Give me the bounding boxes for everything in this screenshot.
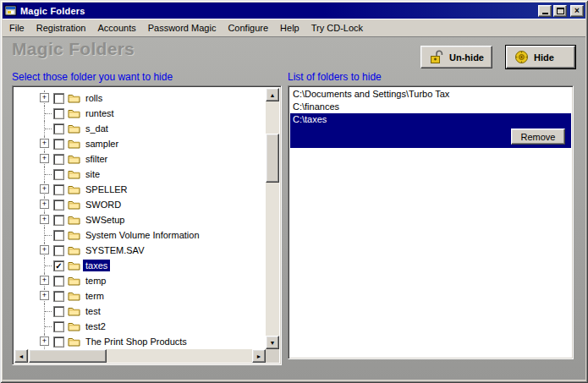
tree-item-sampler[interactable]: +sampler [38,136,266,151]
tree-item-taxes[interactable]: ✓taxes [38,258,266,273]
tree-expander[interactable]: + [38,90,52,106]
tree-item-label[interactable]: System Volume Information [83,229,202,241]
tree-item-test[interactable]: test [38,304,266,319]
tree-item-test2[interactable]: test2 [38,319,266,334]
folder-list-item[interactable]: C:\taxesRemove [290,113,571,148]
tree-item-label[interactable]: SWSetup [83,214,127,226]
plus-icon[interactable]: + [40,200,49,209]
tree-item-s-dat[interactable]: s_dat [38,121,266,136]
plus-icon[interactable]: + [40,276,49,285]
tree-item-label[interactable]: sfilter [83,153,110,165]
tree-expander[interactable]: + [38,136,52,151]
tree-item-speller[interactable]: +SPELLER [38,182,266,197]
tree-expander[interactable]: + [38,243,52,258]
folder-checkbox[interactable] [53,306,64,317]
vertical-scroll-thumb[interactable] [266,134,279,183]
plus-icon[interactable]: + [40,336,49,346]
tree-expander[interactable]: + [38,197,52,212]
close-button[interactable]: × [570,5,584,17]
scroll-up-button[interactable]: ▲ [266,88,279,101]
folder-checkbox[interactable] [53,230,64,241]
tree-connector [38,319,52,334]
menu-item-configure[interactable]: Configure [222,19,274,36]
horizontal-scroll-thumb[interactable] [29,349,107,363]
tree-expander[interactable]: + [38,334,52,349]
tree-expander[interactable]: + [38,273,52,288]
tree-item-label[interactable]: runtest [83,107,117,119]
minimize-icon [542,8,548,14]
tree-item-the-print-shop-products[interactable]: +The Print Shop Products [38,334,266,349]
tree-expander[interactable]: + [38,288,52,304]
menu-item-accounts[interactable]: Accounts [91,19,141,36]
tree-item-rolls[interactable]: +rolls [38,90,266,106]
folder-list-item[interactable]: C:\Documents and Settings\Turbo Tax [290,88,571,101]
plus-icon[interactable]: + [40,154,49,163]
menu-item-file[interactable]: File [3,19,30,36]
menu-item-help[interactable]: Help [274,19,305,36]
plus-icon[interactable]: + [40,184,49,194]
tree-item-runtest[interactable]: runtest [38,106,266,121]
folder-checkbox[interactable] [53,139,64,150]
folder-checkbox[interactable] [53,245,64,256]
folder-checkbox[interactable] [53,276,64,287]
tree-item-label[interactable]: sampler [83,138,121,150]
hide-button[interactable]: Hide [506,46,575,68]
plus-icon[interactable]: + [40,291,49,300]
folder-checkbox[interactable] [53,336,64,347]
tree-item-label[interactable]: SYSTEM.SAV [83,244,146,256]
maximize-button[interactable] [553,5,567,17]
tree-item-system-sav[interactable]: +SYSTEM.SAV [38,243,266,258]
folder-tree[interactable]: +rollsruntests_dat+sampler+sfiltersite+S… [14,88,266,349]
folder-checkbox[interactable] [53,200,64,211]
tree-item-label[interactable]: term [83,290,107,302]
plus-icon[interactable]: + [40,245,49,254]
folder-list-item[interactable]: C:\finances [290,101,571,113]
tree-item-label[interactable]: site [83,168,102,180]
tree-item-label[interactable]: s_dat [83,123,111,134]
plus-icon[interactable]: + [40,215,49,224]
folder-checkbox[interactable] [53,184,64,195]
folder-checkbox[interactable]: ✓ [53,260,64,271]
tree-expander[interactable]: + [38,212,52,227]
folder-checkbox[interactable] [53,93,64,104]
folder-checkbox[interactable] [53,169,64,180]
tree-horizontal-scrollbar[interactable]: ◄ ► [14,349,266,363]
tree-item-label[interactable]: rolls [83,92,105,104]
tree-expander[interactable]: + [38,182,52,197]
plus-icon[interactable]: + [40,93,49,102]
tree-item-temp[interactable]: +temp [38,273,266,288]
minimize-button[interactable] [538,5,552,17]
tree-item-sfilter[interactable]: +sfilter [38,151,266,167]
tree-item-label[interactable]: temp [83,275,108,287]
folder-icon [68,200,80,210]
tree-vertical-scrollbar[interactable]: ▲ ▼ [266,88,279,349]
tree-item-system-volume-information[interactable]: System Volume Information [38,227,266,243]
remove-button[interactable]: Remove [511,129,565,145]
folder-checkbox[interactable] [53,108,64,119]
tree-item-label[interactable]: SWORD [83,199,124,211]
tree-item-label[interactable]: The Print Shop Products [83,336,190,347]
menu-item-password-magic[interactable]: Password Magic [142,19,223,36]
menu-item-try-cd-lock[interactable]: Try CD-Lock [305,19,369,36]
folder-tree-panel: +rollsruntests_dat+sampler+sfiltersite+S… [12,85,282,365]
menu-item-registration[interactable]: Registration [30,19,92,36]
folder-checkbox[interactable] [53,291,64,302]
folder-checkbox[interactable] [53,215,64,226]
tree-item-site[interactable]: site [38,167,266,182]
plus-icon[interactable]: + [40,139,49,148]
scroll-right-button[interactable]: ► [252,349,266,363]
tree-expander[interactable]: + [38,151,52,167]
folder-checkbox[interactable] [53,123,64,134]
folder-checkbox[interactable] [53,154,64,165]
unhide-button[interactable]: Un-hide [420,46,492,68]
scroll-left-button[interactable]: ◄ [14,349,28,363]
tree-item-sword[interactable]: +SWORD [38,197,266,212]
tree-item-swsetup[interactable]: +SWSetup [38,212,266,227]
folder-checkbox[interactable] [53,321,64,332]
tree-item-term[interactable]: +term [38,288,266,304]
tree-item-label[interactable]: SPELLER [83,183,130,195]
tree-item-label[interactable]: test [83,305,103,317]
tree-item-label[interactable]: taxes [83,260,110,271]
scroll-down-button[interactable]: ▼ [266,336,279,349]
tree-item-label[interactable]: test2 [83,320,108,332]
